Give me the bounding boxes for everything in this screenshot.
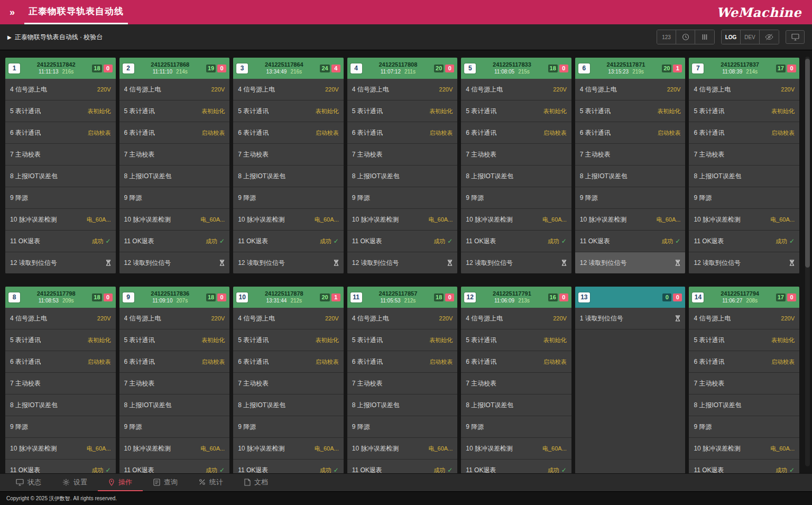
step-row[interactable]: 8 上报IOT误差包 <box>5 394 116 416</box>
step-row[interactable]: 6 表计通讯启动校表 <box>347 351 458 373</box>
step-row[interactable]: 12 读取到位信号 <box>689 252 799 273</box>
dev-button[interactable]: DEV <box>741 30 760 44</box>
step-row[interactable]: 9 降源 <box>233 416 344 438</box>
step-row[interactable]: 11 OK退表成功✓ <box>119 231 230 252</box>
step-row[interactable]: 9 降源 <box>347 187 458 209</box>
step-row[interactable]: 6 表计通讯启动校表 <box>233 351 344 373</box>
scrollbar[interactable] <box>805 57 810 466</box>
step-row[interactable]: 5 表计通讯表初始化 <box>689 329 799 351</box>
step-row[interactable]: 6 表计通讯启动校表 <box>689 122 799 144</box>
step-row[interactable]: 7 主动校表 <box>689 144 799 166</box>
nav-item-status[interactable]: 状态 <box>5 474 52 491</box>
step-row[interactable]: 4 信号源上电220V <box>575 79 686 100</box>
step-row[interactable]: 10 脉冲误差检测电_60A... <box>347 209 458 231</box>
step-row[interactable]: 10 脉冲误差检测电_60A... <box>119 209 230 231</box>
step-row[interactable]: 4 信号源上电220V <box>233 79 344 100</box>
step-row[interactable]: 8 上报IOT误差包 <box>119 166 230 187</box>
step-row[interactable]: 4 信号源上电220V <box>461 308 571 329</box>
step-row[interactable]: 12 读取到位信号 <box>119 252 230 273</box>
step-row[interactable]: 11 OK退表成功✓ <box>347 460 458 473</box>
station-header[interactable]: 10 241225117878 13:31:44 212s 20 1 <box>233 287 344 308</box>
step-row[interactable]: 6 表计通讯启动校表 <box>119 351 230 373</box>
step-row[interactable]: 10 脉冲误差检测电_60A... <box>119 438 230 460</box>
step-row[interactable]: 10 脉冲误差检测电_60A... <box>689 209 799 231</box>
step-row[interactable]: 10 脉冲误差检测电_60A... <box>5 438 116 460</box>
step-row[interactable]: 12 读取到位信号 <box>5 252 116 273</box>
step-row[interactable]: 9 降源 <box>689 416 799 438</box>
step-row[interactable]: 5 表计通讯表初始化 <box>347 100 458 122</box>
step-row[interactable]: 8 上报IOT误差包 <box>689 394 799 416</box>
step-row[interactable]: 5 表计通讯表初始化 <box>119 100 230 122</box>
step-row[interactable]: 11 OK退表成功✓ <box>233 231 344 252</box>
step-row[interactable]: 7 主动校表 <box>233 373 344 394</box>
step-row[interactable]: 9 降源 <box>689 187 799 209</box>
step-row[interactable]: 12 读取到位信号 <box>575 252 686 273</box>
step-row[interactable]: 8 上报IOT误差包 <box>347 394 458 416</box>
step-row[interactable]: 6 表计通讯启动校表 <box>119 122 230 144</box>
step-row[interactable]: 6 表计通讯启动校表 <box>461 351 571 373</box>
step-row[interactable]: 8 上报IOT误差包 <box>119 394 230 416</box>
step-row[interactable]: 4 信号源上电220V <box>5 79 116 100</box>
step-row[interactable]: 11 OK退表成功✓ <box>119 460 230 473</box>
step-row[interactable]: 5 表计通讯表初始化 <box>119 329 230 351</box>
step-row[interactable]: 7 主动校表 <box>119 144 230 166</box>
step-row[interactable]: 5 表计通讯表初始化 <box>5 329 116 351</box>
station-header[interactable]: 4 241225117808 11:07:12 211s 20 0 <box>347 58 458 79</box>
step-row[interactable]: 7 主动校表 <box>461 144 571 166</box>
counter-button[interactable]: 123 <box>657 30 676 44</box>
station-header[interactable]: 5 241225117833 11:08:05 215s 18 0 <box>461 58 571 79</box>
step-row[interactable]: 7 主动校表 <box>119 373 230 394</box>
step-row[interactable]: 8 上报IOT误差包 <box>233 394 344 416</box>
step-row[interactable]: 9 降源 <box>233 187 344 209</box>
nav-item-stats[interactable]: 统计 <box>188 474 234 491</box>
step-row[interactable]: 6 表计通讯启动校表 <box>461 122 571 144</box>
step-row[interactable]: 9 降源 <box>5 187 116 209</box>
step-row[interactable]: 10 脉冲误差检测电_60A... <box>575 209 686 231</box>
step-row[interactable]: 8 上报IOT误差包 <box>5 166 116 187</box>
step-row[interactable]: 6 表计通讯启动校表 <box>575 122 686 144</box>
step-row[interactable]: 11 OK退表成功✓ <box>689 460 799 473</box>
nav-item-settings[interactable]: 设置 <box>52 474 98 491</box>
step-row[interactable]: 8 上报IOT误差包 <box>575 166 686 187</box>
step-row[interactable]: 5 表计通讯表初始化 <box>5 100 116 122</box>
step-row[interactable]: 7 主动校表 <box>5 373 116 394</box>
step-row[interactable]: 10 脉冲误差检测电_60A... <box>233 438 344 460</box>
step-row[interactable]: 9 降源 <box>575 187 686 209</box>
step-row[interactable]: 6 表计通讯启动校表 <box>5 122 116 144</box>
step-row[interactable]: 11 OK退表成功✓ <box>347 231 458 252</box>
step-row[interactable]: 10 脉冲误差检测电_60A... <box>461 209 571 231</box>
step-row[interactable]: 5 表计通讯表初始化 <box>233 100 344 122</box>
step-row[interactable]: 11 OK退表成功✓ <box>5 460 116 473</box>
step-row[interactable]: 9 降源 <box>347 416 458 438</box>
step-row[interactable]: 10 脉冲误差检测电_60A... <box>5 209 116 231</box>
step-row[interactable]: 6 表计通讯启动校表 <box>5 351 116 373</box>
step-row[interactable]: 7 主动校表 <box>689 373 799 394</box>
station-header[interactable]: 6 241225117871 13:15:23 219s 20 1 <box>575 58 686 79</box>
step-row[interactable]: 9 降源 <box>5 416 116 438</box>
step-row[interactable]: 4 信号源上电220V <box>347 79 458 100</box>
step-row[interactable]: 9 降源 <box>119 187 230 209</box>
station-header[interactable]: 9 241225117836 11:09:10 207s 18 0 <box>119 287 230 308</box>
step-row[interactable]: 5 表计通讯表初始化 <box>689 100 799 122</box>
step-row[interactable]: 8 上报IOT误差包 <box>233 166 344 187</box>
step-row[interactable]: 11 OK退表成功✓ <box>5 231 116 252</box>
station-header[interactable]: 3 241225117864 13:34:49 216s 24 4 <box>233 58 344 79</box>
nav-item-docs[interactable]: 文档 <box>234 474 279 491</box>
station-header[interactable]: 14 241225117794 11:06:27 208s 17 0 <box>689 287 799 308</box>
station-header[interactable]: 8 241225117798 11:08:53 209s 18 0 <box>5 287 116 308</box>
step-row[interactable]: 10 脉冲误差检测电_60A... <box>347 438 458 460</box>
step-row[interactable]: 8 上报IOT误差包 <box>689 166 799 187</box>
station-header[interactable]: 11 241225117857 11:05:53 212s 18 0 <box>347 287 458 308</box>
step-row[interactable]: 4 信号源上电220V <box>119 79 230 100</box>
step-row[interactable]: 5 表计通讯表初始化 <box>575 100 686 122</box>
station-header[interactable]: 12 241225117791 11:06:09 213s 16 0 <box>461 287 571 308</box>
station-header[interactable]: 1 241225117842 11:11:13 216s 18 0 <box>5 58 116 79</box>
step-row[interactable]: 6 表计通讯启动校表 <box>689 351 799 373</box>
step-row[interactable]: 4 信号源上电220V <box>347 308 458 329</box>
step-row[interactable]: 9 降源 <box>119 416 230 438</box>
columns-button[interactable] <box>695 30 714 44</box>
step-row[interactable]: 10 脉冲误差检测电_60A... <box>689 438 799 460</box>
step-row[interactable]: 7 主动校表 <box>5 144 116 166</box>
step-row[interactable]: 7 主动校表 <box>233 144 344 166</box>
step-row[interactable]: 4 信号源上电220V <box>119 308 230 329</box>
